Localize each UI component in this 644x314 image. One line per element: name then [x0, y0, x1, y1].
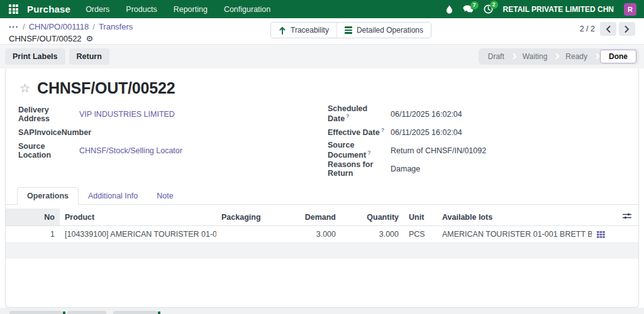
form-sheet: ☆ CHNSF/OUT/00522 Delivery Address VIP I… [5, 68, 639, 308]
empty-stripe-row [6, 243, 639, 259]
field-effective-date: Effective Date? 06/11/2025 16:02:04 [322, 123, 626, 141]
smart-buttons: Traceability Detailed Operations [270, 22, 431, 38]
optional-columns-icon[interactable] [623, 212, 631, 222]
header-product[interactable]: Product [60, 208, 216, 226]
cell-unit: PCS [404, 226, 437, 243]
cell-demand: 3.000 [290, 226, 341, 243]
header-quantity[interactable]: Quantity [341, 208, 404, 226]
menu-products[interactable]: Products [126, 5, 157, 14]
list-lines-icon [345, 26, 352, 33]
field-reasons-for-return: Reasons for Return Damage [322, 160, 626, 178]
table-row[interactable]: 1 [104339100] AMERICAN TOURISTER 01-001 … [6, 226, 639, 243]
activities-clock-icon[interactable]: 2 [484, 4, 493, 14]
help-icon: ? [346, 113, 350, 119]
breadcrumb-purchase-order[interactable]: CHN/PO/001118 [29, 22, 89, 31]
chevron-left-icon [606, 26, 611, 33]
record-title: CHNSF/OUT/00522 [37, 79, 175, 97]
status-step-draft[interactable]: Draft [480, 52, 513, 61]
top-navbar: Purchase Orders Products Reporting Confi… [0, 0, 644, 18]
help-icon: ? [367, 149, 371, 156]
cell-no: 1 [23, 226, 60, 243]
header-demand[interactable]: Demand [290, 208, 341, 226]
chatter-button-stub[interactable] [67, 311, 106, 314]
tab-additional-info[interactable]: Additional Info [79, 188, 147, 204]
tab-note[interactable]: Note [147, 188, 182, 204]
action-gear-icon[interactable]: ⚙ [86, 35, 94, 43]
menu-reporting[interactable]: Reporting [174, 5, 208, 14]
bottom-chatter-edge [0, 308, 644, 314]
chatter-button-stub[interactable] [113, 311, 157, 314]
app-name[interactable]: Purchase [27, 4, 70, 14]
header-no[interactable]: No [23, 208, 60, 226]
notebook-tabs: Operations Additional Info Note [6, 187, 638, 205]
detailed-operations-grid-icon[interactable] [597, 231, 605, 238]
fields-left-column: Delivery Address VIP INDUSTRIES LIMITED … [18, 105, 322, 178]
field-scheduled-date: Scheduled Date? 06/11/2025 16:02:04 [322, 105, 626, 123]
field-delivery-address: Delivery Address VIP INDUSTRIES LIMITED [18, 105, 322, 123]
status-step-ready[interactable]: Ready [557, 52, 596, 61]
apps-menu-icon[interactable] [9, 4, 18, 14]
company-name[interactable]: RETAIL PRIVATE LIMITED CHN [503, 5, 614, 14]
pager-counter: 2 / 2 [580, 24, 595, 33]
detailed-operations-button[interactable]: Detailed Operations [336, 23, 431, 38]
control-panel: ··· / CHN/PO/001118 / Transfers CHNSF/OU… [0, 18, 644, 45]
field-source-location: Source Location CHNSF/Stock/Selling Loca… [18, 141, 322, 160]
tab-operations[interactable]: Operations [17, 187, 79, 205]
operations-table: No Product Packaging Demand Quantity Uni… [6, 208, 639, 259]
pager-previous-button[interactable] [600, 22, 616, 36]
table-header-row: No Product Packaging Demand Quantity Uni… [6, 208, 639, 226]
menu-orders[interactable]: Orders [86, 5, 109, 14]
cell-available-lots: AMERICAN TOURISTER 01-001 BRETT BLUE - 0… [437, 226, 592, 243]
messages-badge: 7 [470, 1, 479, 9]
breadcrumb-transfers[interactable]: Transfers [99, 22, 133, 31]
droplet-icon[interactable] [446, 5, 453, 14]
chevron-right-icon [625, 26, 630, 33]
pager-next-button[interactable] [619, 22, 635, 36]
cell-packaging [216, 226, 290, 243]
messages-icon[interactable]: 7 [463, 5, 474, 14]
form-action-bar: Print Labels Return Draft Waiting Ready … [0, 45, 644, 68]
record-pager: 2 / 2 [580, 22, 635, 36]
chatter-accent-dot [63, 311, 65, 314]
header-packaging[interactable]: Packaging [216, 208, 290, 226]
traceability-button[interactable]: Traceability [271, 23, 336, 38]
activities-badge: 2 [490, 1, 498, 9]
return-button[interactable]: Return [69, 48, 109, 65]
favorite-star-icon[interactable]: ☆ [19, 82, 30, 94]
field-sap-invoice-number: SAPInvoiceNumber [18, 123, 322, 141]
chatter-button-stub[interactable] [9, 311, 62, 314]
header-available-lots[interactable]: Available lots [437, 208, 592, 226]
menu-configuration[interactable]: Configuration [224, 5, 270, 14]
breadcrumb-overflow[interactable]: ··· [9, 22, 19, 31]
status-bar: Draft Waiting Ready Done [479, 48, 639, 65]
status-step-done[interactable]: Done [600, 50, 636, 63]
chatter-accent-dot [158, 311, 160, 314]
field-source-document: Source Document? Return of CHNSF/IN/0109… [322, 141, 626, 160]
print-labels-button[interactable]: Print Labels [5, 48, 65, 65]
header-handle [6, 208, 23, 226]
cell-product: [104339100] AMERICAN TOURISTER 01-001 BR… [60, 226, 216, 243]
status-step-waiting[interactable]: Waiting [514, 52, 556, 61]
breadcrumb-current-record: CHNSF/OUT/00522 [9, 34, 82, 43]
user-avatar[interactable]: R [624, 3, 636, 16]
cell-quantity: 3.000 [341, 226, 404, 243]
fields-right-column: Scheduled Date? 06/11/2025 16:02:04 Effe… [322, 105, 626, 178]
main-menu: Orders Products Reporting Configuration [86, 5, 270, 14]
help-icon: ? [381, 127, 385, 133]
header-spacer [592, 208, 614, 226]
arrow-up-icon [279, 26, 286, 35]
header-unit[interactable]: Unit [404, 208, 437, 226]
field-grid: Delivery Address VIP INDUSTRIES LIMITED … [6, 100, 638, 178]
